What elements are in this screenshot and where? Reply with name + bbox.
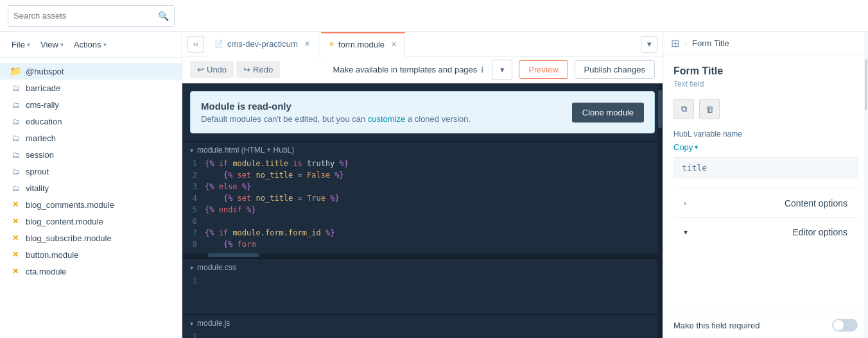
- sidebar-item-session-label: session: [26, 150, 54, 160]
- css-line-1: 1: [182, 276, 663, 287]
- content-options-accordion: › Content options: [673, 189, 858, 217]
- css-expand-icon: ▾: [190, 264, 193, 271]
- sidebar-item-cta-label: cta.module: [26, 267, 67, 276]
- sidebar-item-education[interactable]: 🗂 education: [0, 113, 182, 130]
- actions-menu-label: Actions: [74, 40, 101, 49]
- file-x-icon-blog-comments: ✕: [10, 199, 21, 210]
- trash-icon: 🗑: [706, 105, 714, 114]
- tab-form-module[interactable]: ✕ form.module ✕: [321, 32, 405, 56]
- undo-button[interactable]: ↩ Undo: [190, 61, 234, 78]
- breadcrumb-grid-icon: ⊞: [671, 37, 679, 49]
- sidebar-item-blog-content[interactable]: ✕ blog_content.module: [0, 213, 182, 230]
- field-required-label: Make this field required: [673, 321, 759, 330]
- sidebar-item-session[interactable]: 🗂 session: [0, 146, 182, 163]
- readonly-description: Default modules can't be edited, but you…: [201, 114, 471, 124]
- code-line-5: 5 {% endif %}: [182, 205, 663, 216]
- html-code-editor[interactable]: 1 {% if module.title is truthy %} 2 {% s…: [182, 158, 663, 258]
- field-actions: ⧉ 🗑: [673, 99, 858, 119]
- breadcrumb-label: Form Title: [692, 38, 729, 48]
- code-vertical-scrollbar[interactable]: [657, 83, 663, 338]
- sidebar-item-sprout[interactable]: 🗂 sprout: [0, 163, 182, 180]
- make-available-section: Make available in templates and pages ℹ: [333, 65, 485, 74]
- sidebar-item-cta[interactable]: ✕ cta.module: [0, 263, 182, 280]
- sidebar-item-martech[interactable]: 🗂 martech: [0, 130, 182, 146]
- copy-icon: ⧉: [681, 104, 687, 114]
- copy-dropdown-label: Copy: [673, 142, 693, 152]
- copy-dropdown[interactable]: Copy ▾: [673, 142, 858, 152]
- sidebar-item-blog-comments[interactable]: ✕ blog_comments.module: [0, 196, 182, 213]
- code-line-2: 2 {% set no_title = False %}: [182, 170, 663, 182]
- hubl-label: HubL variable name: [673, 130, 858, 139]
- sidebar-item-blog-subscribe[interactable]: ✕ blog_subscribe.module: [0, 230, 182, 246]
- sidebar-item-button[interactable]: ✕ button.module: [0, 246, 182, 263]
- redo-label: Redo: [253, 65, 273, 74]
- readonly-desc-suffix: a cloned version.: [405, 114, 471, 124]
- info-icon[interactable]: ℹ: [481, 65, 484, 74]
- right-panel: ⊞ › Form Title Form Title Text field ⧉: [663, 32, 868, 338]
- html-section-header[interactable]: ▾ module.html (HTML + HubL): [182, 141, 663, 158]
- redo-button[interactable]: ↪ Redo: [236, 61, 280, 78]
- js-code-editor[interactable]: 1: [182, 332, 663, 338]
- preview-button[interactable]: Preview: [519, 60, 568, 79]
- js-line-1: 1: [182, 332, 663, 338]
- tab-cms-close-icon[interactable]: ✕: [304, 40, 310, 48]
- undo-icon: ↩: [197, 65, 204, 74]
- actions-chevron-icon: ▾: [103, 41, 107, 48]
- sidebar-item-sprout-label: sprout: [26, 167, 49, 176]
- sidebar: File ▾ View ▾ Actions ▾ 📁 @h: [0, 32, 182, 338]
- sidebar-item-cms-rally[interactable]: 🗂 cms-rally: [0, 96, 182, 113]
- clone-module-button[interactable]: Clone module: [572, 103, 644, 123]
- sidebar-menu-actions[interactable]: Actions ▾: [70, 37, 110, 52]
- copy-dropdown-chevron-icon: ▾: [695, 144, 698, 151]
- sidebar-item-hubspot[interactable]: 📁 @hubspot: [0, 63, 182, 80]
- top-bar: 🔍: [0, 0, 868, 32]
- js-expand-icon: ▾: [190, 320, 193, 327]
- sidebar-item-vitality[interactable]: 🗂 vitality: [0, 180, 182, 196]
- sidebar-item-button-label: button.module: [26, 250, 78, 260]
- js-section-header[interactable]: ▾ module.js: [182, 314, 663, 332]
- js-section-label: module.js: [197, 319, 230, 328]
- html-horizontal-scrollbar[interactable]: [182, 253, 663, 258]
- publish-button[interactable]: Publish changes: [575, 60, 655, 79]
- copy-field-button[interactable]: ⧉: [673, 99, 694, 119]
- folder-icon-education: 🗂: [10, 116, 21, 126]
- editor-options-label: Editor options: [792, 227, 847, 237]
- field-required-toggle[interactable]: [832, 319, 858, 332]
- search-input[interactable]: [13, 11, 158, 21]
- code-line-8: 8 {% form: [182, 239, 663, 251]
- code-line-7: 7 {% if module.form.form_id %}: [182, 228, 663, 239]
- tab-cms-label: cms-dev-practicum: [227, 39, 298, 49]
- hubl-value-box: title: [673, 157, 858, 178]
- folder-active-icon: 📁: [10, 66, 21, 76]
- sidebar-menu-view[interactable]: View ▾: [37, 37, 67, 52]
- content-options-header[interactable]: › Content options: [673, 189, 858, 217]
- delete-field-button[interactable]: 🗑: [699, 99, 720, 119]
- code-area: Module is read-only Default modules can'…: [182, 83, 663, 338]
- editor-options-header[interactable]: ▾ Editor options: [673, 218, 858, 246]
- make-available-chevron-button[interactable]: ▾: [492, 60, 512, 80]
- sidebar-item-barricade[interactable]: 🗂 barricade: [0, 80, 182, 96]
- css-section-label: module.css: [197, 263, 236, 272]
- css-section-header[interactable]: ▾ module.css: [182, 258, 663, 276]
- readonly-text: Module is read-only Default modules can'…: [201, 101, 471, 124]
- view-menu-label: View: [40, 40, 58, 49]
- sidebar-menu-file[interactable]: File ▾: [8, 37, 34, 52]
- tab-more-button[interactable]: ▾: [641, 36, 657, 53]
- sidebar-item-blog-content-label: blog_content.module: [26, 217, 103, 226]
- undo-label: Undo: [207, 65, 227, 74]
- field-required-row: Make this field required: [663, 312, 868, 338]
- sidebar-item-martech-label: martech: [26, 133, 56, 143]
- right-panel-scrollbar[interactable]: [864, 32, 868, 338]
- right-panel-content: Form Title Text field ⧉ 🗑 HubL variable …: [663, 55, 868, 312]
- sidebar-item-barricade-label: barricade: [26, 83, 60, 93]
- tab-cms-dev-practicum[interactable]: 📄 cms-dev-practicum ✕: [207, 32, 318, 56]
- collapse-sidebar-button[interactable]: ‹‹: [187, 36, 204, 53]
- breadcrumb-separator: ›: [684, 39, 687, 48]
- search-icon[interactable]: 🔍: [158, 11, 169, 21]
- tab-form-close-icon[interactable]: ✕: [391, 40, 397, 49]
- code-line-1: 1 {% if module.title is truthy %}: [182, 158, 663, 170]
- css-code-editor[interactable]: 1: [182, 276, 663, 314]
- sidebar-item-cms-rally-label: cms-rally: [26, 100, 59, 110]
- redo-icon: ↪: [243, 65, 250, 74]
- right-panel-topbar: ⊞ › Form Title: [663, 32, 868, 55]
